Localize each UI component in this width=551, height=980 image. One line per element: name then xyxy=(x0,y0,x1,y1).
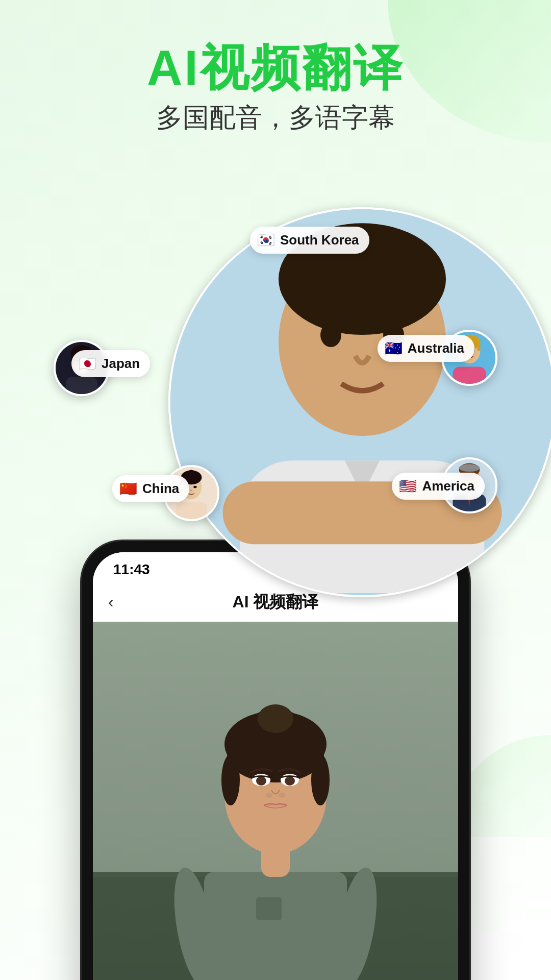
phone-inner: 11:43 ⊙ ‹ AI 视频翻译 xyxy=(93,552,458,980)
svg-rect-13 xyxy=(66,377,97,394)
app-title: AI 视频翻译 xyxy=(233,591,319,614)
label-america: America xyxy=(422,478,474,494)
svg-rect-46 xyxy=(204,872,347,980)
phone-frame: 11:43 ⊙ ‹ AI 视频翻译 xyxy=(82,541,469,980)
badge-china: 🇨🇳 China xyxy=(112,475,189,502)
flag-japan: 🇯🇵 xyxy=(79,355,96,372)
label-south-korea: South Korea xyxy=(280,232,359,248)
svg-point-37 xyxy=(187,470,196,479)
label-china: China xyxy=(142,481,179,497)
back-button[interactable]: ‹ xyxy=(108,593,114,611)
svg-rect-20 xyxy=(478,341,481,351)
svg-point-55 xyxy=(258,704,293,733)
flag-south-korea: 🇰🇷 xyxy=(257,232,275,249)
svg-point-61 xyxy=(285,776,295,786)
badge-japan: 🇯🇵 Japan xyxy=(71,350,150,377)
svg-point-56 xyxy=(221,754,240,805)
svg-rect-47 xyxy=(256,897,282,920)
flag-america: 🇺🇸 xyxy=(399,478,417,495)
badge-south-korea: 🇰🇷 South Korea xyxy=(250,227,369,254)
badge-australia: 🇦🇺 Australia xyxy=(378,335,474,362)
video-area[interactable]: 00:00/00:48 xyxy=(93,622,458,980)
flag-china: 🇨🇳 xyxy=(119,480,137,497)
status-time: 11:43 xyxy=(113,561,150,578)
svg-point-60 xyxy=(256,776,266,786)
svg-point-33 xyxy=(459,464,480,472)
avatar-south-korea-user xyxy=(168,207,551,597)
label-japan: Japan xyxy=(102,356,140,372)
flag-australia: 🇦🇺 xyxy=(385,340,403,357)
svg-point-62 xyxy=(265,793,272,798)
svg-rect-21 xyxy=(453,366,486,383)
svg-point-6 xyxy=(320,323,341,347)
svg-point-40 xyxy=(193,485,196,488)
svg-rect-38 xyxy=(176,502,207,519)
svg-point-63 xyxy=(279,793,286,798)
badge-america: 🇺🇸 America xyxy=(392,473,485,500)
label-australia: Australia xyxy=(408,340,464,356)
svg-point-57 xyxy=(311,754,330,805)
phone-wrapper: 🇰🇷 South Korea 🇯🇵 Japan 🇦🇺 Australia 🇺🇸 … xyxy=(82,151,469,980)
